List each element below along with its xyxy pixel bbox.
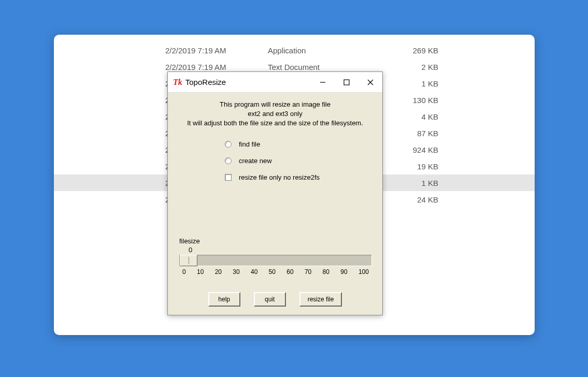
tick-label: 70 xyxy=(305,268,311,276)
tick-label: 100 xyxy=(358,268,369,276)
slider-label: filesize xyxy=(179,237,372,245)
file-size: 19 KB xyxy=(417,162,438,171)
radio-icon xyxy=(225,141,232,148)
intro-text: This program will resize an image file e… xyxy=(173,100,377,128)
dialog-body: This program will resize an image file e… xyxy=(168,93,382,186)
filesize-slider-section: filesize 0 0102030405060708090100 xyxy=(179,237,372,276)
file-size: 24 KB xyxy=(417,195,438,204)
minimize-icon xyxy=(319,79,326,86)
file-type: Application xyxy=(268,46,306,55)
intro-line1: This program will resize an image file xyxy=(173,100,377,109)
tick-label: 80 xyxy=(323,268,329,276)
tick-label: 90 xyxy=(340,268,347,276)
close-button[interactable] xyxy=(358,72,382,92)
intro-line2: ext2 and ext3 only xyxy=(173,109,377,119)
file-size: 1 KB xyxy=(421,79,438,88)
toporesize-dialog: Tk TopoResize This program will resize a… xyxy=(167,71,383,315)
slider-value: 0 xyxy=(189,246,372,254)
radio-find-file[interactable]: find file xyxy=(225,136,377,153)
help-button[interactable]: help xyxy=(208,292,240,307)
tick-label: 20 xyxy=(215,268,222,276)
file-size: 87 KB xyxy=(417,129,438,138)
radio-label: create new xyxy=(239,157,272,165)
filesize-slider[interactable] xyxy=(179,255,372,266)
tick-label: 30 xyxy=(233,268,239,276)
file-date: 2/2/2019 7:19 AM xyxy=(165,46,226,55)
maximize-button[interactable] xyxy=(335,72,358,92)
quit-button[interactable]: quit xyxy=(254,292,286,307)
tick-label: 50 xyxy=(269,268,276,276)
file-type: Text Document xyxy=(268,63,320,71)
file-row[interactable]: 2/2/2019 7:19 AMApplication269 KB xyxy=(54,42,535,59)
tk-icon: Tk xyxy=(173,78,182,87)
slider-thumb[interactable] xyxy=(180,255,197,266)
checkbox-icon xyxy=(225,174,232,181)
resize-button[interactable]: resize file xyxy=(299,292,342,307)
options-group: find file create new resize file only no… xyxy=(225,136,377,186)
window-title: TopoResize xyxy=(185,78,226,86)
file-size: 4 KB xyxy=(421,112,438,121)
tick-label: 40 xyxy=(251,268,257,276)
file-size: 924 KB xyxy=(413,146,438,154)
file-size: 1 KB xyxy=(421,179,438,187)
file-size: 2 KB xyxy=(421,63,438,71)
radio-label: find file xyxy=(239,140,260,148)
radio-create-new[interactable]: create new xyxy=(225,153,377,169)
button-row: help quit resize file xyxy=(168,292,382,307)
tick-label: 60 xyxy=(286,268,293,276)
file-size: 269 KB xyxy=(413,46,438,55)
titlebar-buttons xyxy=(311,72,382,92)
maximize-icon xyxy=(343,79,350,86)
tick-label: 10 xyxy=(197,268,204,276)
tick-label: 0 xyxy=(182,268,186,276)
minimize-button[interactable] xyxy=(311,72,335,92)
checkbox-label: resize file only no resize2fs xyxy=(239,173,320,181)
close-icon xyxy=(367,79,374,86)
svg-rect-1 xyxy=(344,80,349,85)
intro-line3: It will adjust both the file size and th… xyxy=(173,119,377,128)
radio-icon xyxy=(225,157,232,164)
titlebar: Tk TopoResize xyxy=(168,72,382,93)
file-date: 2/2/2019 7:19 AM xyxy=(165,63,226,71)
slider-ticks: 0102030405060708090100 xyxy=(179,268,372,276)
file-size: 130 KB xyxy=(413,96,438,105)
checkbox-resize-only[interactable]: resize file only no resize2fs xyxy=(225,169,377,186)
